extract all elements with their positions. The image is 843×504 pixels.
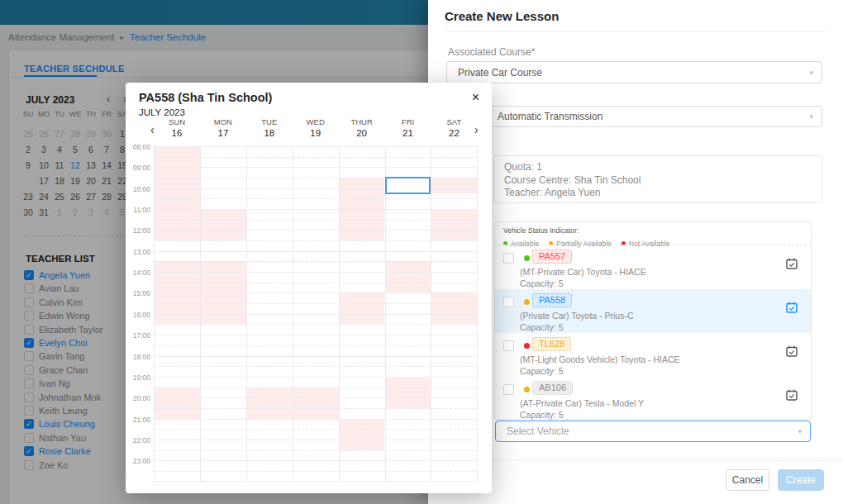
hour-gridline [154,272,477,273]
vehicle-row-ab106[interactable]: AB106(AT-Private Car) Tesla - Model YCap… [495,377,811,421]
vehicle-capacity: Capacity: 5 [520,322,564,332]
week-day-name: FRI [385,117,431,126]
vehicle-status-legend: AvailablePartially AvailableNot Availabl… [503,235,679,243]
time-label: 13:00 [126,248,150,256]
chevron-down-icon: ▾ [809,62,813,83]
vehicle-status-partial-dot-icon [524,299,530,305]
day-column-line [477,146,478,482]
week-day-name: SUN [154,117,200,126]
hour-gridline [154,356,477,357]
week-day-date: 22 [431,128,477,138]
time-label: 14:00 [126,269,150,277]
half-hour-gridline [154,198,477,199]
vehicle-status-unavailable-dot-icon [524,343,530,349]
hour-gridline [154,146,477,147]
half-hour-gridline [154,471,477,472]
day-column-line [293,146,293,482]
vehicle-plate-chip[interactable]: AB106 [532,381,573,395]
week-day-name: SAT [431,117,477,126]
drawer-title: Create New Lesson [445,9,559,23]
hour-gridline [154,397,477,398]
vehicle-row-tl628[interactable]: TL628(MT-Light Goods Vehicle) Toyota - H… [495,333,811,377]
partial-availability-block [339,292,385,324]
half-hour-gridline [154,261,477,262]
transmission-value: Automatic Transmission [498,107,602,127]
time-label: 09:00 [126,164,150,172]
associated-course-select[interactable]: Private Car Course ▾ [446,61,822,83]
week-day-name: WED [293,117,339,126]
hour-gridline [154,251,477,252]
vehicle-row-pa558[interactable]: PA558(Private Car) Toyota - Prius-CCapac… [495,289,811,333]
partial-availability-block [293,388,339,419]
chevron-down-icon: ▾ [809,107,813,127]
day-column-line [385,146,386,482]
vehicle-checkbox[interactable] [503,297,514,307]
vehicle-capacity: Capacity: 5 [520,278,564,288]
close-icon[interactable]: × [472,91,479,104]
vehicle-checkbox[interactable] [503,384,514,395]
selected-time-slot[interactable] [385,177,431,194]
day-column-line [431,146,431,482]
half-hour-gridline [154,366,477,367]
week-day-header[interactable]: FRI21 [385,117,431,138]
week-day-header[interactable]: WED19 [293,117,339,138]
half-hour-gridline [154,408,477,409]
half-hour-gridline [154,388,477,388]
vehicle-capacity: Capacity: 5 [520,410,564,420]
time-label: 11:00 [126,206,150,214]
time-label: 16:00 [126,311,150,319]
vehicle-plate-chip[interactable]: PA557 [532,250,572,264]
vehicle-description: (AT-Private Car) Tesla - Model Y [520,398,644,408]
half-hour-gridline [154,157,477,158]
half-hour-gridline [154,324,477,325]
vehicle-capacity: Capacity: 5 [520,366,564,376]
week-day-date: 19 [293,128,339,138]
week-day-date: 18 [246,128,293,138]
select-vehicle-dropdown[interactable]: Select Vehicle ▾ [495,421,811,442]
half-hour-gridline [154,240,477,241]
course-detail-line: Teacher: Angela Yuen [504,187,812,200]
week-day-header[interactable]: SAT22 [431,117,477,138]
calendar-check-icon[interactable] [786,389,798,401]
vehicle-checkbox[interactable] [503,253,514,264]
time-label: 15:00 [126,289,150,297]
vehicle-plate-chip[interactable]: PA558 [532,293,572,307]
week-day-date: 21 [385,128,431,138]
half-hour-gridline [154,283,477,283]
modal-month-label: JULY 2023 [139,107,185,117]
course-detail-line: Course Centre: Sha Tin School [504,174,812,188]
week-day-date: 17 [200,128,246,138]
associated-course-label: Associated Course* [448,46,535,58]
vehicle-plate-chip[interactable]: TL628 [532,337,571,351]
transmission-select[interactable]: Automatic Transmission ▾ [486,106,822,127]
calendar-check-icon[interactable] [786,345,798,357]
partial-availability-block [431,209,477,240]
partial-availability-block [200,209,246,240]
create-button[interactable]: Create [778,469,824,491]
calendar-check-icon[interactable] [786,302,798,313]
hour-gridline [154,419,477,420]
time-label: 08:00 [126,143,150,151]
vehicle-checkbox[interactable] [503,340,514,351]
cancel-button[interactable]: Cancel [726,469,769,491]
partial-availability-block [339,419,385,450]
time-label: 17:00 [126,331,150,340]
time-label: 19:00 [126,373,150,382]
calendar-check-icon[interactable] [786,258,798,269]
chevron-down-icon: ▾ [798,421,802,442]
vehicle-description: (MT-Private Car) Toyota - HIACE [520,267,646,277]
time-label: 18:00 [126,353,150,361]
week-day-header[interactable]: SUN16 [154,117,200,138]
week-day-header[interactable]: MON17 [200,117,246,138]
grid-bottom-line [154,481,477,482]
time-label: 23:00 [126,457,150,465]
time-label: 20:00 [126,394,150,402]
half-hour-gridline [154,303,477,304]
week-day-header[interactable]: THUR20 [339,117,385,138]
week-day-header[interactable]: TUE18 [246,117,293,138]
time-label: 21:00 [126,416,150,424]
vehicle-description: (MT-Light Goods Vehicle) Toyota - HIACE [520,354,680,364]
half-hour-gridline [154,345,477,346]
vehicle-row-pa557[interactable]: PA557(MT-Private Car) Toyota - HIACECapa… [495,245,811,289]
half-hour-gridline [154,220,477,221]
